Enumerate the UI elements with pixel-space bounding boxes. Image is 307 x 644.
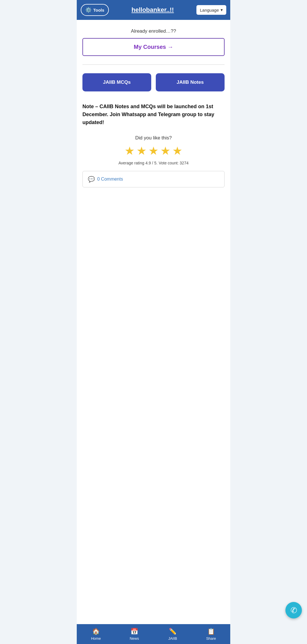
bottom-nav: 🏠 Home 📅 News ✏️ JAIIB 📋 Share	[77, 624, 230, 644]
nav-news-label: News	[130, 636, 139, 641]
star-4[interactable]: ★	[160, 144, 171, 157]
chevron-down-icon: ▾	[221, 7, 223, 12]
star-1[interactable]: ★	[125, 144, 135, 157]
nav-share[interactable]: 📋 Share	[192, 626, 230, 642]
nav-news[interactable]: 📅 News	[115, 626, 154, 642]
comments-label: 0 Comments	[97, 177, 123, 182]
section-divider	[82, 64, 225, 65]
stars-row[interactable]: ★ ★ ★ ★ ★	[82, 144, 225, 157]
rating-info: Average rating 4.9 / 5. Vote count: 3274	[82, 161, 225, 165]
note-text: Note – CAIIB Notes and MCQs will be laun…	[82, 103, 225, 127]
tools-button[interactable]: ⚙️ Tools	[81, 4, 109, 16]
site-title[interactable]: hellobanker..!!	[109, 6, 196, 14]
news-icon: 📅	[130, 628, 138, 635]
my-courses-button[interactable]: My Courses →	[82, 38, 225, 56]
rating-question: Did you like this?	[82, 135, 225, 141]
nav-home[interactable]: 🏠 Home	[77, 626, 115, 642]
language-button[interactable]: Language ▾	[196, 5, 226, 15]
note-section: Note – CAIIB Notes and MCQs will be laun…	[82, 103, 225, 127]
rating-section: Did you like this? ★ ★ ★ ★ ★ Average rat…	[82, 135, 225, 165]
star-2[interactable]: ★	[136, 144, 147, 157]
nav-share-label: Share	[206, 636, 216, 641]
main-content: Already enrolled…?? My Courses → JAIIB M…	[77, 20, 230, 624]
action-buttons-row: JAIIB MCQs JAIIB Notes	[82, 73, 225, 91]
enrolled-section: Already enrolled…?? My Courses →	[82, 28, 225, 56]
nav-jaiib[interactable]: ✏️ JAIIB	[154, 626, 192, 642]
nav-jaiib-label: JAIIB	[168, 636, 177, 641]
language-label: Language	[200, 8, 219, 12]
jaiib-icon: ✏️	[169, 628, 177, 635]
gear-icon: ⚙️	[85, 7, 92, 13]
jaiib-mcqs-button[interactable]: JAIIB MCQs	[82, 73, 151, 91]
star-3[interactable]: ★	[148, 144, 159, 157]
home-icon: 🏠	[92, 628, 100, 635]
enrolled-question: Already enrolled…??	[82, 28, 225, 34]
header: ⚙️ Tools hellobanker..!! Language ▾	[77, 0, 230, 20]
comments-button[interactable]: 💬 0 Comments	[82, 171, 225, 187]
share-icon: 📋	[207, 628, 215, 635]
tools-label: Tools	[93, 8, 104, 12]
jaiib-notes-button[interactable]: JAIIB Notes	[156, 73, 225, 91]
nav-home-label: Home	[91, 636, 101, 641]
comment-icon: 💬	[88, 176, 95, 183]
star-5[interactable]: ★	[172, 144, 182, 157]
